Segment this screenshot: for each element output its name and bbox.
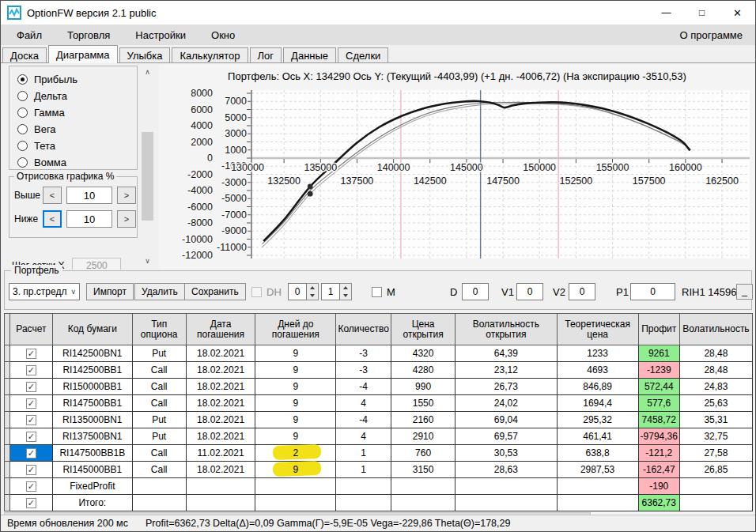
cell-check[interactable]: ✓ <box>9 379 52 395</box>
cell-check[interactable]: ✓ <box>9 462 52 478</box>
cell-open_vol[interactable]: 24,02 <box>455 395 557 412</box>
cell-open_price[interactable] <box>391 478 455 495</box>
cell-qty[interactable] <box>336 478 391 495</box>
cell-days[interactable] <box>255 495 336 511</box>
cell-type[interactable]: Put <box>132 428 186 445</box>
spin-up-icon[interactable] <box>307 284 318 292</box>
cell-code[interactable]: RI147500BB1 <box>52 395 132 412</box>
cell-qty[interactable] <box>336 495 391 511</box>
cell-code[interactable]: RI147500BB1B <box>52 445 132 462</box>
cell-date[interactable] <box>186 495 255 511</box>
grid-step-input[interactable] <box>72 258 121 270</box>
cell-vol[interactable]: 25,63 <box>679 395 752 412</box>
maximize-icon[interactable]: □ <box>684 1 720 25</box>
cell-check[interactable]: ✓ <box>9 412 52 428</box>
cell-type[interactable]: Call <box>132 445 186 462</box>
tab-данные[interactable]: Данные <box>283 47 336 62</box>
cell-theor_price[interactable]: 295,32 <box>557 412 638 428</box>
cell-vol[interactable] <box>679 478 752 495</box>
p1-input[interactable] <box>630 283 675 300</box>
cell-theor_price[interactable]: 846,89 <box>557 379 638 395</box>
cell-open_price[interactable]: 1550 <box>391 395 455 412</box>
column-header[interactable]: Теоретическая цена <box>557 314 638 345</box>
close-icon[interactable]: ✕ <box>720 1 755 25</box>
cell-code[interactable]: RI150000BB1 <box>52 379 132 395</box>
tab-сделки[interactable]: Сделки <box>338 47 388 62</box>
v1-input[interactable] <box>516 283 543 300</box>
cell-vol[interactable]: 35,31 <box>679 412 752 428</box>
cell-theor_price[interactable]: 2987,53 <box>557 462 638 478</box>
cell-vol[interactable]: 26,85 <box>679 462 752 478</box>
cell-type[interactable]: Put <box>132 412 186 428</box>
row-checkbox[interactable]: ✓ <box>26 415 36 425</box>
cell-days[interactable]: 9 <box>255 462 336 478</box>
panel-scrollbar[interactable]: ∧ ∨ <box>141 64 154 270</box>
cell-type[interactable]: Call <box>132 462 186 478</box>
v2-input[interactable] <box>569 283 595 300</box>
cell-vol[interactable]: 27,58 <box>679 445 752 462</box>
cell-vol[interactable] <box>679 495 752 511</box>
column-header[interactable]: Волатильность <box>679 314 752 345</box>
tab-калькулятор[interactable]: Калькулятор <box>172 47 248 62</box>
cell-profit[interactable]: -1239 <box>638 362 679 379</box>
column-header[interactable]: Расчет <box>9 314 52 345</box>
radio-option-прибыль[interactable]: Прибыль <box>17 71 137 88</box>
column-header[interactable]: Профит <box>638 314 679 345</box>
cell-days[interactable]: 9 <box>255 412 336 428</box>
menu-item-настройки[interactable]: Настройки <box>127 27 194 43</box>
cell-date[interactable]: 18.02.2021 <box>186 428 255 445</box>
row-checkbox[interactable]: ✓ <box>26 465 36 475</box>
row-checkbox[interactable]: ✓ <box>26 398 36 409</box>
cell-qty[interactable]: 4 <box>336 395 391 412</box>
row-checkbox[interactable]: ✓ <box>26 365 36 375</box>
cell-check[interactable]: ✓ <box>9 428 52 445</box>
cell-theor_price[interactable]: 461,41 <box>557 428 638 445</box>
below-value-input[interactable] <box>66 210 112 228</box>
tab-лог[interactable]: Лог <box>250 47 282 62</box>
cell-open_price[interactable]: 760 <box>391 445 455 462</box>
column-header[interactable]: Код бумаги <box>52 314 132 345</box>
cell-check[interactable]: ✓ <box>9 495 52 511</box>
tab-доска[interactable]: Доска <box>2 47 47 62</box>
cell-date[interactable]: 18.02.2021 <box>186 345 255 362</box>
cell-days[interactable]: 9 <box>255 428 336 445</box>
cell-qty[interactable]: 4 <box>336 428 391 445</box>
above-increment-button[interactable]: > <box>117 187 136 204</box>
cell-open_vol[interactable] <box>455 478 557 495</box>
cell-date[interactable]: 11.02.2021 <box>186 445 255 462</box>
cell-type[interactable] <box>132 478 186 495</box>
cell-date[interactable]: 18.02.2021 <box>186 412 255 428</box>
scroll-down-icon[interactable]: ∨ <box>141 255 154 268</box>
cell-profit[interactable]: -9794,36 <box>638 428 679 445</box>
menu-item-about[interactable]: О программе <box>675 27 747 43</box>
scrollbar-thumb[interactable] <box>142 132 153 221</box>
cell-open_price[interactable]: 990 <box>391 379 455 395</box>
cell-code[interactable]: FixedProfit <box>52 478 132 495</box>
cell-theor_price[interactable]: 1694,4 <box>557 395 638 412</box>
import-button[interactable]: Импорт <box>86 283 134 300</box>
column-header[interactable]: Дата погашения <box>186 314 255 345</box>
cell-days[interactable]: 9 <box>255 362 336 379</box>
cell-check[interactable]: ✓ <box>9 345 52 362</box>
cell-open_price[interactable]: 4320 <box>391 345 455 362</box>
cell-qty[interactable]: -3 <box>336 362 391 379</box>
cell-theor_price[interactable]: 4693 <box>557 362 638 379</box>
spin-up-icon[interactable] <box>340 284 351 292</box>
cell-profit[interactable]: -162,47 <box>638 462 679 478</box>
above-value-input[interactable] <box>66 187 112 204</box>
cell-vol[interactable]: 24,83 <box>679 379 752 395</box>
cell-profit[interactable]: -190 <box>638 478 679 495</box>
cell-vol[interactable]: 32,75 <box>679 428 752 445</box>
cell-theor_price[interactable] <box>557 495 638 511</box>
delete-button[interactable]: Удалить <box>134 283 185 300</box>
cell-qty[interactable]: 1 <box>336 462 391 478</box>
cell-type[interactable]: Call <box>132 362 186 379</box>
collapse-button[interactable]: _ <box>736 284 753 300</box>
menu-item-окно[interactable]: Окно <box>203 27 243 43</box>
cell-qty[interactable]: -3 <box>336 345 391 362</box>
cell-profit[interactable]: -121,2 <box>638 445 679 462</box>
cell-open_vol[interactable]: 69,57 <box>455 428 557 445</box>
cell-type[interactable]: Put <box>132 345 186 362</box>
row-checkbox[interactable]: ✓ <box>26 498 36 508</box>
cell-date[interactable] <box>186 478 255 495</box>
